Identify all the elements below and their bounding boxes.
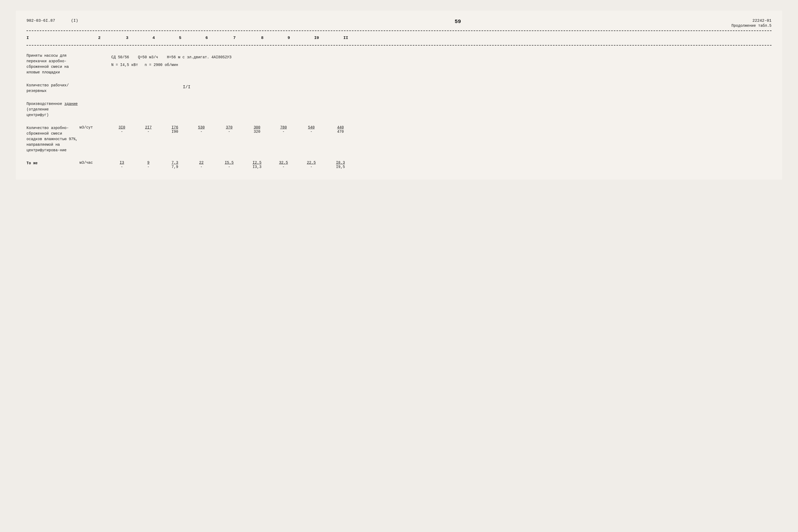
section-same: То же м3/час I3 9 7,3 22 I5,5 I2,5 32,5 … [26,160,772,169]
table: I 2 3 4 5 6 7 8 9 I0 II Приняты насосы д… [26,34,772,169]
section-pumps: Приняты насосы для перекачки аэробно-сбр… [26,53,772,75]
aerobic-r2-c6: - [188,130,215,134]
aerobic-r1-c6: 530 [188,125,215,130]
section-building: Производственное здание(отделениецентриф… [26,101,772,118]
aerobic-r2-c5: I90 [162,130,188,134]
same-r2-c9: - [270,165,297,169]
aerobic-r1-c7: 370 [215,125,244,130]
same-r2-c4: - [135,165,162,169]
col-header-6: 6 [193,36,220,40]
same-r2-c7: - [215,165,244,169]
same-unit: м3/час [79,160,109,165]
same-r2-c6: - [188,165,215,169]
quantity-title: Количество рабочих/резервных [26,83,79,94]
aerobic-row2: - - I90 - - 320 - - 470 [109,130,355,134]
col-header-3: 3 [114,36,140,40]
aerobic-r2-c9: - [270,130,297,134]
same-r2-c3: - [109,165,135,169]
aerobic-r2-c8: 320 [244,130,270,134]
col-header-10: I0 [302,36,331,40]
same-values: I3 9 7,3 22 I5,5 I2,5 32,5 22,5 I8,3 - - [109,160,355,169]
col-header-4: 4 [140,36,167,40]
same-r1-c10: 22,5 [297,160,326,165]
pumps-data: СД 50/56 Q=50 м3/ч Н=56 м с эл.двигат. 4… [109,53,772,68]
aerobic-r1-c9: 780 [270,125,297,130]
pump-line1: СД 50/56 Q=50 м3/ч Н=56 м с эл.двигат. 4… [111,54,772,61]
same-r2-c8: I3,3 [244,165,270,169]
same-r1-c8: I2,5 [244,160,270,165]
quantity-value: I/I [109,83,190,90]
building-title: Производственное здание(отделениецентриф… [26,101,79,118]
col-header-1: I [26,36,85,40]
col-header-5: 5 [167,36,193,40]
same-r2-c10: - [297,165,326,169]
header-divider [26,45,772,45]
same-r1-c6: 22 [188,160,215,165]
aerobic-r1-c5: I76 [162,125,188,130]
section-aerobic: Количество аэробно-сброженной смеси осад… [26,125,772,153]
aerobic-r2-c7: - [215,130,244,134]
aerobic-r2-c3: - [109,130,135,134]
continuation-label: Продолжение табл.5 [732,23,772,28]
aerobic-r2-c11: 470 [326,130,355,134]
pump-line2: N = I4,5 кВт n = 2900 об/мин [111,62,772,68]
page-number: 59 [455,19,461,25]
aerobic-row1: 3I0 2I7 I76 530 370 300 780 540 440 [109,125,355,130]
aerobic-unit: м3/сут [79,125,109,130]
doc-code: 902-03-6I.87 [26,19,55,23]
building-underline: здание [64,102,78,106]
same-row2: - - 7,9 - - I3,3 - - I9,5 [109,165,355,169]
same-r1-c7: I5,5 [215,160,244,165]
column-headers-row: I 2 3 4 5 6 7 8 9 I0 II [26,34,772,42]
same-r1-c9: 32,5 [270,160,297,165]
same-title-row: То же м3/час I3 9 7,3 22 I5,5 I2,5 32,5 … [26,160,772,169]
aerobic-title-row: Количество аэробно-сброженной смеси осад… [26,125,772,153]
aerobic-r1-c11: 440 [326,125,355,130]
aerobic-r2-c4: - [135,130,162,134]
doc-type: (I) [71,19,78,23]
same-r2-c11: I9,5 [326,165,355,169]
aerobic-r1-c4: 2I7 [135,125,162,130]
header-left: 902-03-6I.87 (I) [26,19,78,23]
pumps-row: Приняты насосы для перекачки аэробно-сбр… [26,53,772,75]
col-header-9: 9 [276,36,302,40]
same-row1: I3 9 7,3 22 I5,5 I2,5 32,5 22,5 I8,3 [109,160,355,165]
aerobic-r1-c3: 3I0 [109,125,135,130]
aerobic-title: Количество аэробно-сброженной смеси осад… [26,125,79,153]
same-r2-c5: 7,9 [162,165,188,169]
aerobic-r1-c10: 540 [297,125,326,130]
col-header-11: II [331,36,360,40]
doc-number: 22242-01 [732,19,772,23]
col-header-7: 7 [220,36,249,40]
page: 902-03-6I.87 (I) 59 22242-01 Продолжение… [16,11,782,179]
section-quantity: Количество рабочих/резервных I/I [26,83,772,94]
aerobic-r1-c8: 300 [244,125,270,130]
same-r1-c4: 9 [135,160,162,165]
col-header-8: 8 [249,36,276,40]
page-header: 902-03-6I.87 (I) 59 22242-01 Продолжение… [26,19,772,28]
aerobic-values: 3I0 2I7 I76 530 370 300 780 540 440 - - [109,125,355,134]
same-r1-c5: 7,3 [162,160,188,165]
same-title: То же [26,160,79,166]
building-row: Производственное здание(отделениецентриф… [26,101,772,118]
col-header-2: 2 [85,36,114,40]
quantity-row: Количество рабочих/резервных I/I [26,83,772,94]
aerobic-r2-c10: - [297,130,326,134]
header-right: 22242-01 Продолжение табл.5 [732,19,772,28]
same-r1-c3: I3 [109,160,135,165]
same-r1-c11: I8,3 [326,160,355,165]
top-divider [26,31,772,31]
pumps-title: Приняты насосы для перекачки аэробно-сбр… [26,53,79,75]
